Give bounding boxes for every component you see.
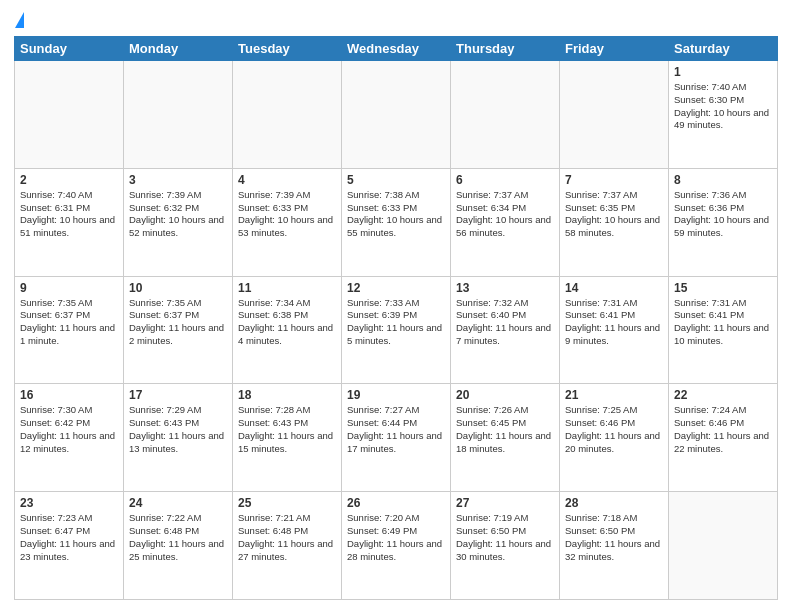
- logo-triangle-icon: [15, 12, 24, 28]
- day-cell: 20Sunrise: 7:26 AM Sunset: 6:45 PM Dayli…: [451, 384, 560, 492]
- day-cell: 11Sunrise: 7:34 AM Sunset: 6:38 PM Dayli…: [233, 276, 342, 384]
- day-info: Sunrise: 7:31 AM Sunset: 6:41 PM Dayligh…: [674, 297, 772, 348]
- day-cell: 10Sunrise: 7:35 AM Sunset: 6:37 PM Dayli…: [124, 276, 233, 384]
- day-info: Sunrise: 7:29 AM Sunset: 6:43 PM Dayligh…: [129, 404, 227, 455]
- day-cell: 12Sunrise: 7:33 AM Sunset: 6:39 PM Dayli…: [342, 276, 451, 384]
- day-cell: 3Sunrise: 7:39 AM Sunset: 6:32 PM Daylig…: [124, 168, 233, 276]
- day-cell: 4Sunrise: 7:39 AM Sunset: 6:33 PM Daylig…: [233, 168, 342, 276]
- day-info: Sunrise: 7:19 AM Sunset: 6:50 PM Dayligh…: [456, 512, 554, 563]
- day-cell: 24Sunrise: 7:22 AM Sunset: 6:48 PM Dayli…: [124, 492, 233, 600]
- week-row-2: 2Sunrise: 7:40 AM Sunset: 6:31 PM Daylig…: [15, 168, 778, 276]
- day-info: Sunrise: 7:40 AM Sunset: 6:30 PM Dayligh…: [674, 81, 772, 132]
- day-cell: 17Sunrise: 7:29 AM Sunset: 6:43 PM Dayli…: [124, 384, 233, 492]
- day-number: 12: [347, 281, 445, 295]
- day-cell: [15, 61, 124, 169]
- day-cell: [233, 61, 342, 169]
- week-row-3: 9Sunrise: 7:35 AM Sunset: 6:37 PM Daylig…: [15, 276, 778, 384]
- day-info: Sunrise: 7:40 AM Sunset: 6:31 PM Dayligh…: [20, 189, 118, 240]
- day-cell: 14Sunrise: 7:31 AM Sunset: 6:41 PM Dayli…: [560, 276, 669, 384]
- day-info: Sunrise: 7:22 AM Sunset: 6:48 PM Dayligh…: [129, 512, 227, 563]
- day-cell: 28Sunrise: 7:18 AM Sunset: 6:50 PM Dayli…: [560, 492, 669, 600]
- weekday-monday: Monday: [124, 37, 233, 61]
- day-number: 17: [129, 388, 227, 402]
- day-cell: 13Sunrise: 7:32 AM Sunset: 6:40 PM Dayli…: [451, 276, 560, 384]
- day-info: Sunrise: 7:25 AM Sunset: 6:46 PM Dayligh…: [565, 404, 663, 455]
- day-number: 8: [674, 173, 772, 187]
- day-number: 18: [238, 388, 336, 402]
- day-info: Sunrise: 7:38 AM Sunset: 6:33 PM Dayligh…: [347, 189, 445, 240]
- day-number: 20: [456, 388, 554, 402]
- day-number: 2: [20, 173, 118, 187]
- week-row-5: 23Sunrise: 7:23 AM Sunset: 6:47 PM Dayli…: [15, 492, 778, 600]
- day-cell: 7Sunrise: 7:37 AM Sunset: 6:35 PM Daylig…: [560, 168, 669, 276]
- week-row-1: 1Sunrise: 7:40 AM Sunset: 6:30 PM Daylig…: [15, 61, 778, 169]
- week-row-4: 16Sunrise: 7:30 AM Sunset: 6:42 PM Dayli…: [15, 384, 778, 492]
- day-cell: 23Sunrise: 7:23 AM Sunset: 6:47 PM Dayli…: [15, 492, 124, 600]
- day-number: 7: [565, 173, 663, 187]
- day-info: Sunrise: 7:36 AM Sunset: 6:36 PM Dayligh…: [674, 189, 772, 240]
- day-cell: [342, 61, 451, 169]
- weekday-thursday: Thursday: [451, 37, 560, 61]
- day-number: 15: [674, 281, 772, 295]
- day-cell: 8Sunrise: 7:36 AM Sunset: 6:36 PM Daylig…: [669, 168, 778, 276]
- day-info: Sunrise: 7:21 AM Sunset: 6:48 PM Dayligh…: [238, 512, 336, 563]
- day-info: Sunrise: 7:34 AM Sunset: 6:38 PM Dayligh…: [238, 297, 336, 348]
- day-info: Sunrise: 7:35 AM Sunset: 6:37 PM Dayligh…: [129, 297, 227, 348]
- day-number: 28: [565, 496, 663, 510]
- day-number: 9: [20, 281, 118, 295]
- day-info: Sunrise: 7:18 AM Sunset: 6:50 PM Dayligh…: [565, 512, 663, 563]
- day-number: 3: [129, 173, 227, 187]
- weekday-sunday: Sunday: [15, 37, 124, 61]
- day-info: Sunrise: 7:28 AM Sunset: 6:43 PM Dayligh…: [238, 404, 336, 455]
- day-cell: 25Sunrise: 7:21 AM Sunset: 6:48 PM Dayli…: [233, 492, 342, 600]
- day-info: Sunrise: 7:27 AM Sunset: 6:44 PM Dayligh…: [347, 404, 445, 455]
- day-cell: 16Sunrise: 7:30 AM Sunset: 6:42 PM Dayli…: [15, 384, 124, 492]
- day-cell: [560, 61, 669, 169]
- day-cell: 9Sunrise: 7:35 AM Sunset: 6:37 PM Daylig…: [15, 276, 124, 384]
- day-cell: 26Sunrise: 7:20 AM Sunset: 6:49 PM Dayli…: [342, 492, 451, 600]
- calendar-table: SundayMondayTuesdayWednesdayThursdayFrid…: [14, 36, 778, 600]
- weekday-friday: Friday: [560, 37, 669, 61]
- day-info: Sunrise: 7:20 AM Sunset: 6:49 PM Dayligh…: [347, 512, 445, 563]
- day-info: Sunrise: 7:37 AM Sunset: 6:35 PM Dayligh…: [565, 189, 663, 240]
- day-number: 24: [129, 496, 227, 510]
- page: SundayMondayTuesdayWednesdayThursdayFrid…: [0, 0, 792, 612]
- day-number: 26: [347, 496, 445, 510]
- day-number: 23: [20, 496, 118, 510]
- day-info: Sunrise: 7:26 AM Sunset: 6:45 PM Dayligh…: [456, 404, 554, 455]
- day-number: 21: [565, 388, 663, 402]
- weekday-header-row: SundayMondayTuesdayWednesdayThursdayFrid…: [15, 37, 778, 61]
- day-cell: 19Sunrise: 7:27 AM Sunset: 6:44 PM Dayli…: [342, 384, 451, 492]
- day-number: 14: [565, 281, 663, 295]
- day-number: 4: [238, 173, 336, 187]
- day-cell: 22Sunrise: 7:24 AM Sunset: 6:46 PM Dayli…: [669, 384, 778, 492]
- day-cell: 2Sunrise: 7:40 AM Sunset: 6:31 PM Daylig…: [15, 168, 124, 276]
- day-cell: [451, 61, 560, 169]
- day-info: Sunrise: 7:39 AM Sunset: 6:32 PM Dayligh…: [129, 189, 227, 240]
- weekday-wednesday: Wednesday: [342, 37, 451, 61]
- day-number: 25: [238, 496, 336, 510]
- day-number: 19: [347, 388, 445, 402]
- day-cell: [124, 61, 233, 169]
- day-info: Sunrise: 7:24 AM Sunset: 6:46 PM Dayligh…: [674, 404, 772, 455]
- day-number: 10: [129, 281, 227, 295]
- day-number: 1: [674, 65, 772, 79]
- day-info: Sunrise: 7:37 AM Sunset: 6:34 PM Dayligh…: [456, 189, 554, 240]
- day-cell: 21Sunrise: 7:25 AM Sunset: 6:46 PM Dayli…: [560, 384, 669, 492]
- day-cell: [669, 492, 778, 600]
- day-info: Sunrise: 7:39 AM Sunset: 6:33 PM Dayligh…: [238, 189, 336, 240]
- day-number: 16: [20, 388, 118, 402]
- day-info: Sunrise: 7:30 AM Sunset: 6:42 PM Dayligh…: [20, 404, 118, 455]
- day-cell: 5Sunrise: 7:38 AM Sunset: 6:33 PM Daylig…: [342, 168, 451, 276]
- day-number: 22: [674, 388, 772, 402]
- day-info: Sunrise: 7:23 AM Sunset: 6:47 PM Dayligh…: [20, 512, 118, 563]
- day-info: Sunrise: 7:33 AM Sunset: 6:39 PM Dayligh…: [347, 297, 445, 348]
- weekday-saturday: Saturday: [669, 37, 778, 61]
- day-number: 27: [456, 496, 554, 510]
- day-cell: 6Sunrise: 7:37 AM Sunset: 6:34 PM Daylig…: [451, 168, 560, 276]
- day-info: Sunrise: 7:31 AM Sunset: 6:41 PM Dayligh…: [565, 297, 663, 348]
- day-cell: 18Sunrise: 7:28 AM Sunset: 6:43 PM Dayli…: [233, 384, 342, 492]
- day-info: Sunrise: 7:32 AM Sunset: 6:40 PM Dayligh…: [456, 297, 554, 348]
- day-cell: 27Sunrise: 7:19 AM Sunset: 6:50 PM Dayli…: [451, 492, 560, 600]
- logo: [14, 12, 25, 28]
